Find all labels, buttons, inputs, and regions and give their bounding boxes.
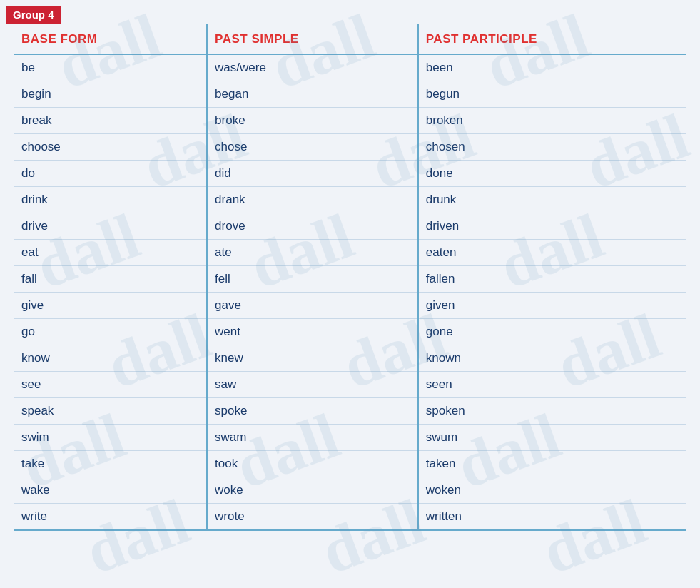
table-cell: knew	[207, 345, 418, 372]
table-cell: drank	[207, 187, 418, 213]
table-row: breakbrokebroken	[14, 108, 686, 134]
table-cell: saw	[207, 372, 418, 398]
table-cell: fall	[14, 266, 207, 293]
table-cell: woke	[207, 477, 418, 504]
table-row: dodiddone	[14, 161, 686, 187]
table-cell: broke	[207, 108, 418, 134]
table-cell: wrote	[207, 504, 418, 531]
table-row: fallfellfallen	[14, 266, 686, 293]
table-cell: know	[14, 345, 207, 372]
table-cell: drive	[14, 213, 207, 240]
table-cell: spoken	[418, 398, 686, 425]
table-cell: was/were	[207, 54, 418, 81]
table-cell: broken	[418, 108, 686, 134]
table-row: bewas/werebeen	[14, 54, 686, 81]
table-row: drivedrovedriven	[14, 213, 686, 240]
table-cell: drove	[207, 213, 418, 240]
col-header-past-participle: PAST PARTICIPLE	[418, 24, 686, 54]
table-cell: ate	[207, 240, 418, 266]
table-cell: went	[207, 319, 418, 345]
table-row: speakspokespoken	[14, 398, 686, 425]
table-cell: do	[14, 161, 207, 187]
table-cell: gave	[207, 293, 418, 319]
table-cell: eat	[14, 240, 207, 266]
col-header-past-simple: PAST SIMPLE	[207, 24, 418, 54]
col-header-base: BASE FORM	[14, 24, 207, 54]
table-row: gowentgone	[14, 319, 686, 345]
table-cell: speak	[14, 398, 207, 425]
table-row: swimswamswum	[14, 425, 686, 451]
table-row: seesawseen	[14, 372, 686, 398]
table-cell: spoke	[207, 398, 418, 425]
table-cell: taken	[418, 451, 686, 477]
table-row: writewrotewritten	[14, 504, 686, 531]
table-cell: give	[14, 293, 207, 319]
table-cell: woken	[418, 477, 686, 504]
table-cell: written	[418, 504, 686, 531]
table-row: givegavegiven	[14, 293, 686, 319]
table-cell: began	[207, 81, 418, 108]
table-cell: known	[418, 345, 686, 372]
table-cell: go	[14, 319, 207, 345]
table-row: taketooktaken	[14, 451, 686, 477]
table-cell: swam	[207, 425, 418, 451]
group-label-container: Group 4	[0, 0, 700, 24]
table-cell: gone	[418, 319, 686, 345]
table-header-row: BASE FORM PAST SIMPLE PAST PARTICIPLE	[14, 24, 686, 54]
table-cell: seen	[418, 372, 686, 398]
table-cell: eaten	[418, 240, 686, 266]
table-cell: been	[418, 54, 686, 81]
table-cell: drunk	[418, 187, 686, 213]
table-row: beginbeganbegun	[14, 81, 686, 108]
table-row: drinkdrankdrunk	[14, 187, 686, 213]
table-wrapper: BASE FORM PAST SIMPLE PAST PARTICIPLE be…	[0, 24, 700, 545]
table-cell: swum	[418, 425, 686, 451]
table-cell: drink	[14, 187, 207, 213]
table-cell: fell	[207, 266, 418, 293]
table-cell: driven	[418, 213, 686, 240]
table-row: wakewokewoken	[14, 477, 686, 504]
table-row: choosechosechosen	[14, 134, 686, 161]
table-cell: took	[207, 451, 418, 477]
verb-table: BASE FORM PAST SIMPLE PAST PARTICIPLE be…	[14, 24, 686, 531]
table-cell: take	[14, 451, 207, 477]
table-cell: given	[418, 293, 686, 319]
group-label: Group 4	[6, 6, 61, 24]
table-cell: chose	[207, 134, 418, 161]
table-row: knowknewknown	[14, 345, 686, 372]
table-cell: swim	[14, 425, 207, 451]
table-cell: did	[207, 161, 418, 187]
table-cell: write	[14, 504, 207, 531]
table-cell: fallen	[418, 266, 686, 293]
table-cell: done	[418, 161, 686, 187]
table-cell: break	[14, 108, 207, 134]
table-cell: begun	[418, 81, 686, 108]
table-cell: chosen	[418, 134, 686, 161]
table-cell: be	[14, 54, 207, 81]
table-cell: choose	[14, 134, 207, 161]
table-cell: see	[14, 372, 207, 398]
table-cell: wake	[14, 477, 207, 504]
table-row: eatateeaten	[14, 240, 686, 266]
table-cell: begin	[14, 81, 207, 108]
